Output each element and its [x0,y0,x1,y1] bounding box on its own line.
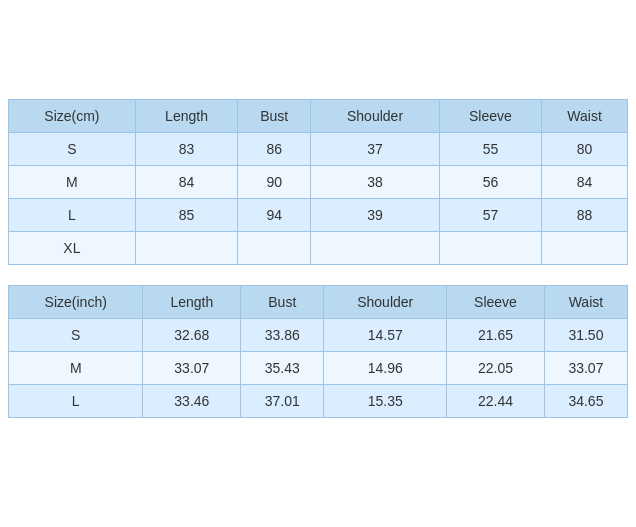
table-cell: 84 [542,166,628,199]
col-header-sleeve-inch: Sleeve [447,286,545,319]
table-row: M8490385684 [9,166,628,199]
table-cell: L [9,385,143,418]
table-cell: 84 [135,166,237,199]
table-cell: 39 [311,199,439,232]
table-cell: 33.07 [143,352,241,385]
table-cell: 55 [439,133,541,166]
table-cell [439,232,541,265]
table-row: M33.0735.4314.9622.0533.07 [9,352,628,385]
table-cell: 15.35 [324,385,447,418]
table-cell [238,232,311,265]
table-cell: 33.86 [241,319,324,352]
table-cell: 22.05 [447,352,545,385]
table-cell [542,232,628,265]
col-header-waist-inch: Waist [544,286,627,319]
table-cell: 34.65 [544,385,627,418]
table-spacer [8,275,628,285]
table-cell: 38 [311,166,439,199]
table-cell: S [9,319,143,352]
size-table-inch: Size(inch) Length Bust Shoulder Sleeve W… [8,285,628,418]
table-cell: 14.96 [324,352,447,385]
table-row: L33.4637.0115.3522.4434.65 [9,385,628,418]
table-cell: S [9,133,136,166]
table-cell: L [9,199,136,232]
table-cell: 57 [439,199,541,232]
table-cell: 80 [542,133,628,166]
table-cell: 94 [238,199,311,232]
table-cell: XL [9,232,136,265]
table-cell: M [9,166,136,199]
tables-container: Size(cm) Length Bust Shoulder Sleeve Wai… [8,99,628,428]
table-cell: 88 [542,199,628,232]
table-cell: 33.07 [544,352,627,385]
col-header-bust-inch: Bust [241,286,324,319]
table-cell: 90 [238,166,311,199]
table-cell [311,232,439,265]
size-table-cm: Size(cm) Length Bust Shoulder Sleeve Wai… [8,99,628,265]
col-header-size-inch: Size(inch) [9,286,143,319]
col-header-shoulder-cm: Shoulder [311,100,439,133]
table-cell: 35.43 [241,352,324,385]
table-cell: 22.44 [447,385,545,418]
table-cell: 32.68 [143,319,241,352]
table-cell: 31.50 [544,319,627,352]
table-cell: 21.65 [447,319,545,352]
table-cell [135,232,237,265]
table-cell: 37.01 [241,385,324,418]
table-cell: 83 [135,133,237,166]
col-header-bust-cm: Bust [238,100,311,133]
table-row: S32.6833.8614.5721.6531.50 [9,319,628,352]
table-cell: 14.57 [324,319,447,352]
table-row: L8594395788 [9,199,628,232]
col-header-sleeve-cm: Sleeve [439,100,541,133]
col-header-length-inch: Length [143,286,241,319]
col-header-waist-cm: Waist [542,100,628,133]
table-row: S8386375580 [9,133,628,166]
table-cell: 86 [238,133,311,166]
table-cell: 85 [135,199,237,232]
table-cell: 37 [311,133,439,166]
table-cell: 33.46 [143,385,241,418]
table-row: XL [9,232,628,265]
col-header-length-cm: Length [135,100,237,133]
col-header-shoulder-inch: Shoulder [324,286,447,319]
table-cell: M [9,352,143,385]
table-cell: 56 [439,166,541,199]
col-header-size-cm: Size(cm) [9,100,136,133]
